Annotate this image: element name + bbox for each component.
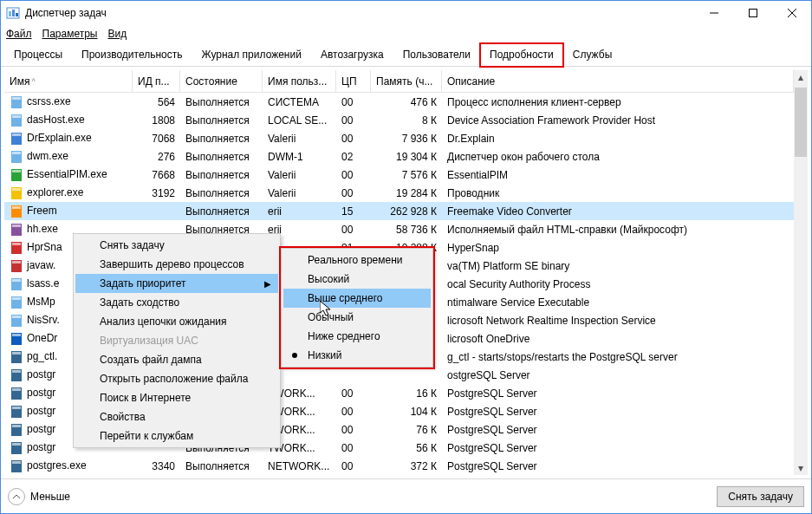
- tab-users[interactable]: Пользователи: [393, 43, 480, 67]
- col-pid[interactable]: ИД п...: [133, 70, 180, 92]
- file-icon: [10, 423, 23, 437]
- svg-rect-43: [12, 407, 21, 409]
- col-status[interactable]: Состояние: [180, 70, 263, 92]
- scroll-up-icon[interactable]: ▴: [794, 70, 808, 84]
- svg-rect-2: [12, 10, 15, 16]
- file-icon: [10, 205, 23, 218]
- end-task-button[interactable]: Снять задачу: [717, 486, 804, 507]
- table-row[interactable]: dwm.exe276ВыполняетсяDWM-10219 304 КДисп…: [4, 147, 794, 166]
- menu-view[interactable]: Вид: [107, 28, 127, 40]
- file-icon: [10, 223, 23, 237]
- selected-bullet-icon: [292, 353, 297, 358]
- menubar: Файл Параметры Вид: [1, 25, 811, 42]
- svg-rect-11: [12, 115, 21, 118]
- close-button[interactable]: [772, 1, 811, 25]
- file-icon: [10, 350, 23, 364]
- priority-below-normal[interactable]: Ниже среднего: [283, 327, 431, 346]
- tab-startup[interactable]: Автозагрузка: [311, 43, 393, 67]
- svg-rect-25: [12, 243, 21, 245]
- svg-rect-3: [16, 13, 18, 16]
- svg-rect-37: [12, 352, 21, 355]
- file-icon: [10, 114, 23, 127]
- svg-rect-13: [12, 133, 21, 136]
- app-icon: [6, 6, 20, 20]
- file-icon: [10, 259, 23, 273]
- svg-rect-49: [12, 461, 21, 464]
- col-name[interactable]: Имя^: [4, 70, 133, 92]
- chevron-up-icon: [12, 492, 21, 501]
- table-row[interactable]: csrss.exe564ВыполняетсяСИСТЕМА00476 КПро…: [4, 93, 794, 111]
- tabs: Процессы Производительность Журнал прило…: [1, 43, 811, 67]
- svg-rect-35: [12, 334, 21, 336]
- file-icon: [10, 186, 23, 200]
- svg-rect-17: [12, 170, 21, 172]
- window-title: Диспетчер задач: [25, 7, 694, 19]
- table-row[interactable]: explorer.exe3192ВыполняетсяValerii0019 2…: [4, 184, 794, 202]
- tab-app-history[interactable]: Журнал приложений: [192, 43, 311, 67]
- ctx-create-dump[interactable]: Создать файл дампа: [75, 350, 278, 369]
- svg-rect-47: [12, 443, 21, 446]
- svg-rect-39: [12, 370, 21, 373]
- ctx-properties[interactable]: Свойства: [75, 407, 278, 426]
- menu-options[interactable]: Параметры: [42, 28, 98, 40]
- menu-file[interactable]: Файл: [6, 28, 32, 40]
- file-icon: [10, 241, 23, 255]
- ctx-goto-services[interactable]: Перейти к службам: [75, 426, 278, 446]
- file-icon: [10, 296, 23, 309]
- file-icon: [10, 332, 23, 346]
- ctx-analyze-wait[interactable]: Анализ цепочки ожидания: [75, 312, 278, 331]
- minimize-button[interactable]: [694, 1, 733, 25]
- table-row[interactable]: dasHost.exe1808ВыполняетсяLOCAL SE...008…: [4, 111, 794, 129]
- svg-rect-19: [12, 188, 21, 191]
- svg-rect-9: [12, 97, 21, 100]
- priority-high[interactable]: Высокий: [283, 270, 431, 289]
- priority-low[interactable]: Низкий: [283, 346, 431, 365]
- vertical-scrollbar[interactable]: ▴ ▾: [794, 70, 808, 475]
- file-icon: [10, 314, 23, 328]
- sort-asc-icon: ^: [31, 77, 35, 86]
- tab-services[interactable]: Службы: [563, 43, 621, 67]
- priority-realtime[interactable]: Реального времени: [283, 250, 431, 270]
- scrollbar-thumb[interactable]: [795, 88, 807, 157]
- ctx-end-task[interactable]: Снять задачу: [75, 236, 278, 255]
- fewer-details-button[interactable]: Меньше: [8, 488, 70, 505]
- priority-above-normal[interactable]: Выше среднего: [283, 289, 431, 308]
- file-icon: [10, 168, 23, 182]
- scroll-down-icon[interactable]: ▾: [794, 461, 808, 475]
- tab-processes[interactable]: Процессы: [4, 43, 72, 67]
- tab-details[interactable]: Подробности: [480, 43, 563, 67]
- tab-performance[interactable]: Производительность: [72, 43, 192, 67]
- file-icon: [10, 277, 23, 291]
- ctx-set-affinity[interactable]: Задать сходство: [75, 293, 278, 312]
- ctx-end-tree[interactable]: Завершить дерево процессов: [75, 255, 278, 274]
- fewer-label: Меньше: [30, 491, 70, 503]
- table-row[interactable]: postgres.exe3340ВыполняетсяNETWORK...003…: [4, 457, 794, 475]
- col-cpu[interactable]: ЦП: [336, 70, 371, 92]
- maximize-button[interactable]: [733, 1, 772, 25]
- file-icon: [10, 441, 23, 455]
- table-row[interactable]: FreemВыполняетсяerii15262 928 КFreemake …: [4, 202, 794, 220]
- footer: Меньше Снять задачу: [1, 478, 811, 513]
- table-row[interactable]: EssentialPIM.exe7668ВыполняетсяValerii00…: [4, 166, 794, 184]
- ctx-open-location[interactable]: Открыть расположение файла: [75, 369, 278, 388]
- ctx-search-online[interactable]: Поиск в Интернете: [75, 388, 278, 407]
- svg-rect-1: [9, 11, 11, 16]
- table-row[interactable]: DrExplain.exe7068ВыполняетсяValerii007 9…: [4, 129, 794, 147]
- process-context-menu: Снять задачу Завершить дерево процессов …: [73, 233, 281, 448]
- svg-rect-31: [12, 297, 21, 300]
- priority-normal[interactable]: Обычный: [283, 308, 431, 327]
- column-headers: Имя^ ИД п... Состояние Имя польз... ЦП П…: [4, 70, 794, 93]
- col-memory[interactable]: Память (ч...: [371, 70, 442, 92]
- ctx-set-priority[interactable]: Задать приоритет▶: [75, 274, 278, 293]
- file-icon: [10, 387, 23, 400]
- svg-rect-41: [12, 388, 21, 391]
- col-user[interactable]: Имя польз...: [263, 70, 336, 92]
- file-icon: [10, 132, 23, 146]
- file-icon: [10, 95, 23, 109]
- svg-rect-33: [12, 316, 21, 318]
- col-description[interactable]: Описание: [442, 70, 794, 92]
- svg-rect-27: [12, 261, 21, 264]
- svg-rect-45: [12, 425, 21, 427]
- file-icon: [10, 368, 23, 382]
- svg-rect-23: [12, 224, 21, 227]
